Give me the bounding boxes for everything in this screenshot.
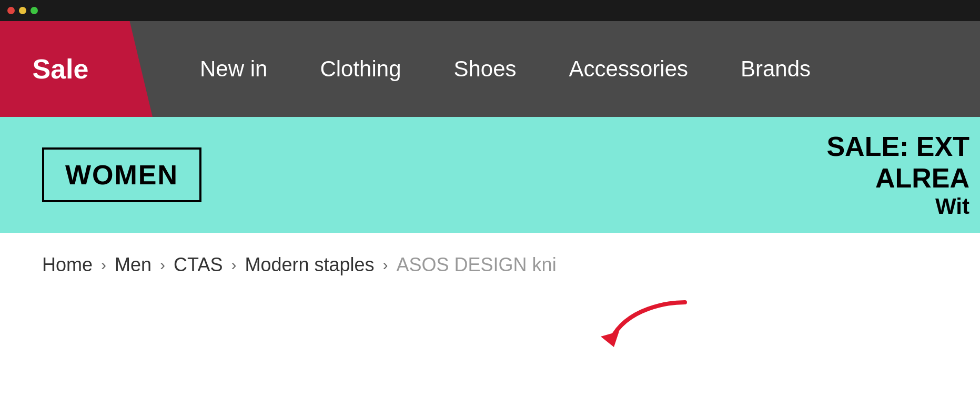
nav-items: New in Clothing Shoes Accessories Brands [153,21,980,117]
breadcrumb-asos-design[interactable]: ASOS DESIGN kni [397,254,557,276]
nav-item-accessories[interactable]: Accessories [543,21,714,117]
banner: WOMEN SALE: EXT ALREA Wit [0,117,980,233]
separator-3: › [231,256,236,274]
sale-line3: Wit [935,194,969,219]
nav-item-new-in[interactable]: New in [174,21,294,117]
close-button[interactable] [7,7,15,14]
breadcrumb: Home › Men › CTAS › Modern staples › ASO… [0,233,980,287]
main-content: Sale New in Clothing Shoes Accessories B… [0,21,980,355]
nav-item-shoes[interactable]: Shoes [428,21,543,117]
separator-4: › [383,256,388,274]
breadcrumb-modern-staples[interactable]: Modern staples [245,254,374,276]
svg-marker-0 [601,331,619,347]
red-arrow-icon [585,292,690,355]
sale-tab[interactable]: Sale [0,21,153,117]
separator-2: › [160,256,165,274]
nav-item-clothing[interactable]: Clothing [294,21,427,117]
minimize-button[interactable] [19,7,26,14]
breadcrumb-men[interactable]: Men [115,254,151,276]
arrow-annotation [0,292,980,355]
women-badge[interactable]: WOMEN [42,147,201,202]
navbar: Sale New in Clothing Shoes Accessories B… [0,21,980,117]
separator-1: › [101,256,106,274]
sale-label: Sale [33,53,89,85]
sale-banner-text: SALE: EXT ALREA Wit [826,117,980,233]
titlebar [0,0,980,21]
sale-line2: ALREA [875,162,969,194]
breadcrumb-ctas[interactable]: CTAS [174,254,223,276]
maximize-button[interactable] [31,7,38,14]
sale-line1: SALE: EXT [826,131,969,162]
breadcrumb-home[interactable]: Home [42,254,93,276]
nav-item-brands[interactable]: Brands [714,21,837,117]
